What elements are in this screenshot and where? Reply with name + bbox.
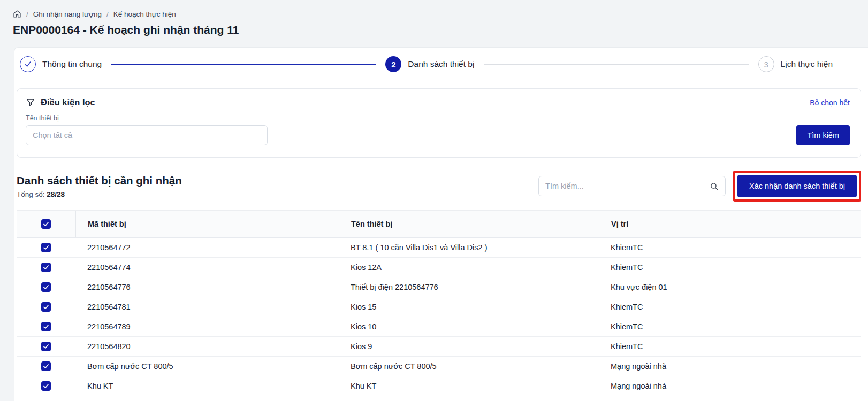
step-label: Lịch thực hiện: [781, 59, 833, 69]
cell-device-code: 2210564774: [75, 263, 339, 272]
cell-device-name: BT 8.1 ( 10 căn Villa Dis1 và Villa Dis2…: [339, 243, 599, 252]
row-checkbox[interactable]: [41, 282, 51, 292]
step-schedule[interactable]: 3 Lịch thực hiện: [758, 56, 833, 72]
row-checkbox[interactable]: [41, 263, 51, 272]
page-title: ENP0000164 - Kế hoạch ghi nhận tháng 11: [13, 24, 239, 36]
cell-device-name: Kios 9: [339, 342, 599, 351]
confirm-device-list-button[interactable]: Xác nhận danh sách thiết bị: [737, 175, 857, 197]
cell-device-name: Bơm cấp nước CT 800/5: [339, 362, 599, 371]
main-panel: Thông tin chung 2 Danh sách thiết bị 3 L…: [14, 47, 868, 401]
home-icon[interactable]: [13, 10, 21, 18]
table-row[interactable]: Bơm cấp nước CT 800/5 Bơm cấp nước CT 80…: [17, 357, 861, 376]
row-checkbox[interactable]: [41, 322, 51, 331]
cell-device-code: Bơm cấp nước CT 800/5: [75, 362, 339, 371]
cell-device-code: 2210564781: [75, 303, 339, 311]
cell-device-location: KhiemTC: [599, 263, 861, 272]
breadcrumb-separator: /: [26, 10, 28, 18]
column-header-location: Vị trí: [599, 211, 861, 237]
cell-device-code: 2210564820: [75, 342, 339, 351]
stepper: Thông tin chung 2 Danh sách thiết bị 3 L…: [20, 56, 833, 72]
step-device-list[interactable]: 2 Danh sách thiết bị: [385, 56, 474, 72]
cell-device-code: 2210564772: [75, 243, 339, 252]
table-row[interactable]: 2210564772 BT 8.1 ( 10 căn Villa Dis1 và…: [17, 238, 861, 258]
cell-device-location: Mạng ngoài nhà: [599, 382, 861, 390]
cell-device-location: KhiemTC: [599, 342, 861, 351]
breadcrumb-separator: /: [106, 10, 109, 18]
breadcrumb: / Ghi nhận năng lượng / Kế hoạch thực hi…: [13, 10, 176, 18]
search-button[interactable]: Tìm kiếm: [796, 125, 850, 145]
device-table: Mã thiết bị Tên thiết bị Vị trí 22105647…: [17, 210, 861, 396]
breadcrumb-item-plan[interactable]: Kế hoạch thực hiện: [113, 10, 176, 18]
row-checkbox[interactable]: [41, 342, 51, 351]
step-number-badge: 3: [758, 56, 774, 72]
step-label: Thông tin chung: [42, 59, 102, 69]
cell-device-name: Kios 12A: [339, 263, 599, 272]
step-connector-todo: [484, 64, 748, 65]
table-row[interactable]: 2210564781 Kios 15 KhiemTC: [17, 297, 861, 317]
device-list-actions: Xác nhận danh sách thiết bị: [538, 171, 861, 202]
cell-device-name: Kios 15: [339, 303, 599, 311]
step-label: Danh sách thiết bị: [408, 59, 474, 69]
cell-device-location: KhiemTC: [599, 303, 861, 311]
table-header-row: Mã thiết bị Tên thiết bị Vị trí: [17, 210, 861, 238]
device-list-title: Danh sách thiết bị cần ghi nhận: [17, 174, 182, 187]
step-number-badge: 2: [385, 56, 401, 72]
filter-title: Điều kiện lọc: [41, 97, 95, 107]
column-header-name: Tên thiết bị: [339, 211, 599, 237]
cell-device-location: KhiemTC: [599, 322, 861, 331]
total-count-value: 28/28: [47, 190, 65, 198]
device-name-label: Tên thiết bị: [26, 114, 850, 122]
step-completed-check-icon: [20, 56, 36, 72]
cell-device-location: Khu vực điện 01: [599, 283, 861, 291]
select-all-cell: [17, 211, 75, 237]
cell-device-code: 2210564776: [75, 283, 339, 291]
column-header-code: Mã thiết bị: [75, 211, 339, 237]
select-all-checkbox[interactable]: [41, 219, 51, 229]
table-row[interactable]: 2210564820 Kios 9 KhiemTC: [17, 337, 861, 357]
table-row[interactable]: 2210564789 Kios 10 KhiemTC: [17, 317, 861, 337]
table-row[interactable]: 2210564776 Thiết bị điện 2210564776 Khu …: [17, 277, 861, 297]
table-row[interactable]: 2210564774 Kios 12A KhiemTC: [17, 258, 861, 277]
filter-card: Điều kiện lọc Bỏ chọn hết Tên thiết bị T…: [17, 88, 861, 158]
table-search-input[interactable]: [545, 182, 710, 190]
cell-device-name: Kios 10: [339, 322, 599, 331]
search-icon[interactable]: [710, 182, 719, 191]
cell-device-code: Khu KT: [75, 382, 339, 390]
clear-all-link[interactable]: Bỏ chọn hết: [810, 98, 850, 107]
annotation-highlight-box: Xác nhận danh sách thiết bị: [733, 171, 861, 202]
table-search-box[interactable]: [538, 176, 726, 196]
step-general-info[interactable]: Thông tin chung: [20, 56, 102, 72]
row-checkbox[interactable]: [41, 361, 51, 371]
page: / Ghi nhận năng lượng / Kế hoạch thực hi…: [0, 0, 868, 401]
row-checkbox[interactable]: [41, 381, 51, 391]
cell-device-location: KhiemTC: [599, 243, 861, 252]
cell-device-name: Khu KT: [339, 382, 599, 390]
device-list-header: Danh sách thiết bị cần ghi nhận Tổng số:…: [17, 171, 861, 202]
device-name-select[interactable]: [26, 125, 268, 145]
filter-funnel-icon: [26, 98, 35, 107]
total-count-label: Tổng số:: [17, 190, 45, 198]
table-body: 2210564772 BT 8.1 ( 10 căn Villa Dis1 và…: [17, 238, 861, 396]
cell-device-name: Thiết bị điện 2210564776: [339, 283, 599, 291]
breadcrumb-item-energy[interactable]: Ghi nhận năng lượng: [33, 10, 102, 18]
cell-device-code: 2210564789: [75, 322, 339, 331]
cell-device-location: Mạng ngoài nhà: [599, 362, 861, 371]
step-connector-done: [111, 64, 376, 65]
row-checkbox[interactable]: [41, 243, 51, 252]
device-list-titles: Danh sách thiết bị cần ghi nhận Tổng số:…: [17, 174, 182, 198]
table-row[interactable]: Khu KT Khu KT Mạng ngoài nhà: [17, 376, 861, 396]
total-count: Tổng số: 28/28: [17, 190, 182, 198]
row-checkbox[interactable]: [41, 302, 51, 312]
